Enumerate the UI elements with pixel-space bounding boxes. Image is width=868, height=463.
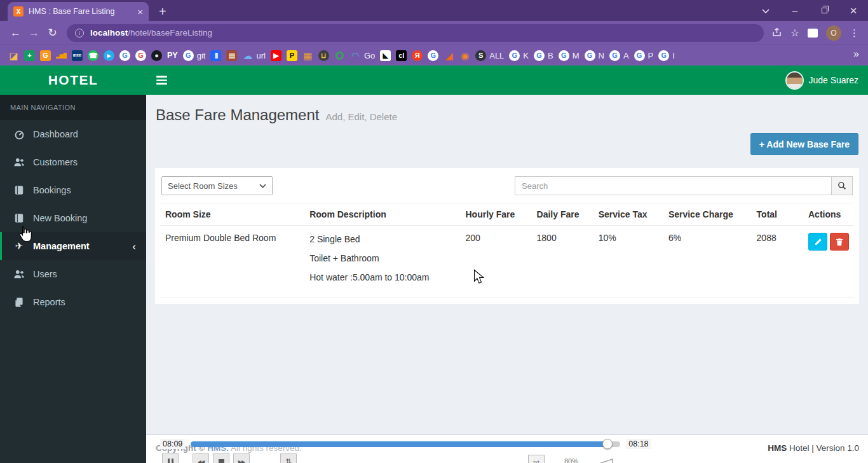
col-total: Total	[752, 204, 803, 226]
sidebar-item-customers[interactable]: Customers	[0, 148, 146, 176]
sidebar-item-reports[interactable]: Reports	[0, 288, 146, 316]
orange-cube-bookmark[interactable]: G	[40, 50, 51, 61]
window-chevron-icon[interactable]	[751, 0, 780, 21]
user-menu[interactable]: Jude Suarez	[787, 73, 868, 88]
trash-icon	[836, 238, 843, 246]
share-icon[interactable]	[771, 27, 782, 39]
restore-button[interactable]	[810, 0, 839, 21]
volume-percent: 80%	[564, 457, 578, 463]
matlab-bookmark[interactable]: ◢	[444, 50, 454, 61]
room-size-select[interactable]: Select Room Sizes	[161, 176, 273, 195]
minimize-button[interactable]: –	[780, 0, 810, 21]
tv-bookmark[interactable]: ▤	[226, 50, 237, 61]
google-p-bookmark[interactable]: G P	[634, 50, 654, 61]
stop-button[interactable]	[213, 453, 229, 463]
youtube-bookmark[interactable]: ▶	[271, 50, 281, 61]
cell-service-tax: 10%	[593, 226, 663, 298]
p-yellow-bookmark[interactable]: P	[287, 50, 297, 61]
col-service-tax: Service Tax	[593, 204, 663, 226]
xampp-favicon-icon: X	[13, 6, 24, 17]
browser-tab[interactable]: X HMS : Base Fare Listing ×	[8, 2, 149, 21]
sidebar-item-management[interactable]: ✈ Management ‹	[0, 232, 146, 260]
close-button[interactable]: ×	[839, 0, 868, 21]
chevron-left-icon: ‹	[132, 241, 136, 252]
godaddy-bookmark[interactable]: ◠ Go	[350, 50, 375, 61]
search-button[interactable]	[831, 176, 853, 195]
sidebar-item-new-booking[interactable]: New Booking	[0, 204, 146, 232]
add-new-base-fare-button[interactable]: + Add New Base Fare	[750, 133, 858, 155]
analytics-bookmark[interactable]: ▂▅▇	[56, 50, 67, 61]
url-bar[interactable]: i localhost /hotel/baseFareListing	[67, 24, 764, 42]
google-bookmark-2[interactable]: G	[135, 50, 146, 61]
rewind-button[interactable]: ◀◀	[193, 453, 209, 463]
barcode-bookmark[interactable]: |||	[210, 50, 221, 61]
google-git-bookmark[interactable]: G git	[183, 50, 206, 61]
reload-button[interactable]: ↻	[43, 26, 62, 39]
sidebar-item-bookings[interactable]: Bookings	[0, 176, 146, 204]
txt-button[interactable]: txt	[528, 455, 545, 463]
volume-wedge-icon[interactable]	[585, 458, 614, 463]
app-navbar: Jude Suarez	[146, 66, 868, 95]
dashboard-icon	[13, 129, 25, 140]
bookmarks-overflow-icon[interactable]: »	[853, 48, 859, 60]
eye-bookmark[interactable]: ◉	[459, 50, 470, 61]
whatsapp-bookmark[interactable]: ☎	[88, 50, 98, 61]
delete-button[interactable]	[830, 233, 849, 251]
movie-camera-bookmark[interactable]: ▦	[302, 50, 313, 61]
sidebar-section-label: MAIN NAVIGATION	[0, 95, 146, 120]
pause-button[interactable]	[162, 453, 179, 463]
main-content: Base Fare Management Add, Edit, Delete +…	[146, 95, 868, 434]
google-bookmark-3[interactable]: G	[428, 50, 438, 61]
eagle-bookmark[interactable]: ◣	[380, 50, 391, 61]
cell-daily-fare: 1800	[532, 226, 593, 298]
tab-close-icon[interactable]: ×	[137, 7, 143, 17]
craigslist-bookmark[interactable]: cl	[396, 50, 407, 61]
telegram-bookmark[interactable]: ▸	[104, 50, 114, 61]
book-icon	[13, 213, 25, 223]
users-icon	[13, 157, 25, 167]
search-input[interactable]	[515, 176, 831, 195]
green-ring-bookmark[interactable]	[334, 52, 345, 60]
sheets-bookmark[interactable]: +	[24, 50, 35, 61]
google-i-bookmark[interactable]: G I	[658, 50, 675, 61]
seek-slider[interactable]	[191, 441, 620, 447]
yandex-bookmark[interactable]: Я	[412, 50, 423, 61]
shopping-cart-bookmark[interactable]: ⊔	[318, 50, 329, 61]
ieee-bookmark[interactable]: IEEE	[72, 50, 83, 61]
cell-total: 2088	[752, 226, 803, 298]
github-bookmark[interactable]: ●	[151, 50, 162, 61]
browser-profile-avatar[interactable]: O	[826, 25, 841, 41]
site-info-icon[interactable]: i	[75, 29, 84, 38]
sidebar: MAIN NAVIGATION Dashboard Customers Book…	[0, 95, 146, 463]
google-b-bookmark[interactable]: G B	[534, 50, 553, 61]
s-all-bookmark[interactable]: S ALL	[475, 50, 504, 61]
python-bookmark[interactable]: PY	[167, 50, 178, 61]
user-name: Jude Suarez	[808, 75, 858, 85]
back-button[interactable]: ←	[6, 27, 25, 39]
new-tab-button[interactable]: +	[159, 5, 166, 18]
sidebar-toggle-button[interactable]	[146, 66, 177, 95]
side-panel-icon[interactable]	[808, 29, 818, 38]
google-a-bookmark[interactable]: G A	[609, 50, 629, 61]
page-subtitle: Add, Edit, Delete	[325, 111, 397, 122]
swap-button[interactable]: ⇅	[280, 453, 297, 463]
fast-forward-button[interactable]: ▶▶	[233, 453, 250, 463]
google-m-bookmark[interactable]: G M	[559, 50, 580, 61]
page-title: Base Fare Management	[156, 106, 319, 124]
bookmark-star-icon[interactable]: ☆	[790, 27, 799, 39]
bookmarks-bar: ◪ + G ▂▅▇ IEEE ☎ ▸	[0, 45, 868, 66]
sidebar-item-users[interactable]: Users	[0, 260, 146, 288]
book-icon	[13, 185, 25, 195]
app-logo[interactable]: HOTEL	[0, 66, 146, 95]
browser-menu-icon[interactable]: ⋮	[850, 27, 859, 39]
forward-button[interactable]: →	[25, 27, 43, 39]
adsense-bookmark[interactable]: ◪	[8, 50, 19, 61]
sidebar-item-dashboard[interactable]: Dashboard	[0, 120, 146, 148]
google-k-bookmark[interactable]: G K	[509, 50, 529, 61]
google-bookmark[interactable]: G	[119, 50, 130, 61]
media-player-overlay: 08:09 08:18 ◀◀ ▶▶ ⇅ txt 80% 08:09/08:18	[160, 439, 668, 463]
slider-handle[interactable]	[602, 439, 613, 449]
cloud-url-bookmark[interactable]: ☁ url	[242, 50, 265, 61]
google-n-bookmark[interactable]: G N	[585, 50, 604, 61]
edit-button[interactable]	[808, 233, 827, 251]
